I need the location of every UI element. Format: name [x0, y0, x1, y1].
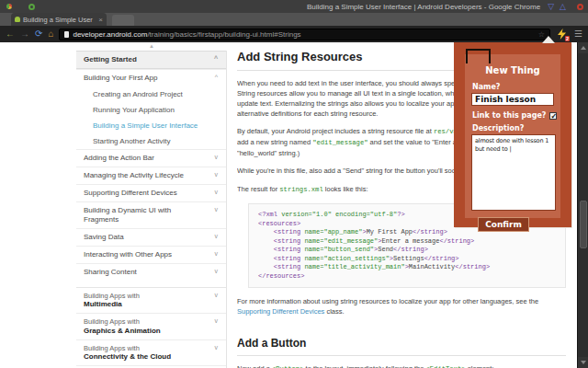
- paragraph: For more information about using string …: [237, 296, 566, 316]
- close-button[interactable]: [577, 4, 583, 10]
- inline-code: "edit_message": [312, 139, 368, 146]
- extension-button[interactable]: 2: [556, 28, 569, 40]
- code-line: <string name="edit_message">Enter a mess…: [258, 237, 556, 247]
- chevron-up-icon: ^: [214, 55, 218, 63]
- sidebar-item[interactable]: Sharing Contentv: [76, 263, 226, 281]
- popup-panel: New Thing Name? Link to this page? ✓ Des…: [465, 54, 560, 218]
- sidebar-item[interactable]: Starting Another Activity: [76, 133, 226, 149]
- text: By default, your Android project include…: [237, 127, 434, 135]
- chevron-down-icon: v: [215, 189, 219, 197]
- window-title: Building a Simple User Interface | Andro…: [35, 3, 548, 11]
- sidebar-scroll-up-icon[interactable]: ▲: [76, 43, 227, 49]
- sidebar-item-prefix: Building Apps with: [84, 292, 187, 300]
- sidebar-item[interactable]: Interacting with Other Appsv: [76, 246, 226, 263]
- tab-building-a-simple-user[interactable]: Building a Simple User ×: [11, 13, 107, 26]
- sidebar-item-label: Supporting Different Devices: [84, 189, 177, 197]
- sidebar-item-label: Starting Another Activity: [93, 137, 171, 145]
- section-heading: Add a Button: [237, 324, 566, 356]
- page-icon: [64, 31, 69, 38]
- text: The result for: [237, 185, 279, 193]
- text: to the layout, immediately following the: [303, 364, 425, 368]
- sidebar-item-label: Saving Data: [84, 233, 124, 241]
- code-line: <string name="title_activity_main">MainA…: [258, 263, 556, 272]
- sidebar-item-prefix: Building Apps with: [84, 317, 187, 326]
- sidebar-item[interactable]: Building Apps withConnectivity & the Clo…: [76, 339, 226, 365]
- sidebar-item-prefix: Building Apps with: [84, 344, 187, 352]
- text: class.: [324, 307, 344, 316]
- sidebar-item-label: Multimedia: [84, 300, 122, 308]
- text: Now add a: [237, 364, 272, 368]
- chevron-down-icon: v: [215, 171, 219, 179]
- sidebar-item[interactable]: Supporting Different Devicesv: [76, 184, 226, 201]
- chevron-down-icon: v: [215, 250, 219, 259]
- extension-badge: 2: [565, 36, 570, 41]
- menu-icon[interactable]: ☰: [574, 26, 582, 42]
- chrome-logo-icon: [6, 4, 12, 9]
- forward-button[interactable]: →: [20, 26, 29, 42]
- window-titlebar: Building a Simple User Interface | Andro…: [0, 0, 588, 13]
- sidebar-item-label: Sharing Content: [84, 268, 137, 276]
- sidebar-item-label: Building a Simple User Interface: [93, 121, 198, 130]
- paragraph: Now add a <Button> to the layout, immedi…: [237, 363, 566, 368]
- sidebar-item[interactable]: Building a Dynamic UI with Fragmentsv: [76, 201, 226, 228]
- name-input[interactable]: [471, 93, 554, 106]
- new-tab-button[interactable]: [112, 15, 134, 26]
- inline-code: strings.xml: [279, 186, 322, 193]
- reload-button[interactable]: ⟳: [35, 26, 42, 42]
- chevron-down-icon: v: [215, 268, 219, 276]
- link-checkbox[interactable]: ✓: [549, 112, 557, 120]
- chevron-down-icon: v: [215, 233, 219, 241]
- sidebar-item-label: Getting Started: [84, 55, 137, 63]
- android-favicon-icon: [15, 17, 20, 22]
- sidebar-nav: Getting Started^Building Your First App^…: [76, 51, 227, 368]
- sidebar-item-label: Running Your Application: [93, 106, 175, 114]
- sidebar-item[interactable]: Building a Simple User Interface: [76, 118, 226, 133]
- maximize-button[interactable]: △: [560, 0, 566, 13]
- home-button[interactable]: ⌂: [48, 26, 53, 42]
- scrollbar-thumb[interactable]: [580, 201, 587, 248]
- browser-toolbar: ← → ⟳ ⌂ developer.android.com/training/b…: [0, 26, 588, 42]
- sidebar-item[interactable]: Managing the Activity Lifecyclev: [76, 167, 226, 184]
- sidebar-item-label: Graphics & Animation: [84, 327, 161, 335]
- address-bar[interactable]: developer.android.com/training/basics/fi…: [59, 29, 550, 40]
- sidebar-item[interactable]: Building Apps withMultimediav: [76, 287, 226, 313]
- clipped-box-outline: [466, 49, 491, 63]
- popup-title: New Thing: [465, 65, 560, 75]
- description-textarea[interactable]: almost done with lesson 1 but need to: [471, 134, 556, 211]
- extension-popup: New Thing Name? Link to this page? ✓ Des…: [454, 42, 571, 227]
- name-label: Name?: [472, 83, 560, 91]
- code-line: <string name="action_settings">Settings<…: [258, 255, 556, 264]
- scroll-down-button[interactable]: [578, 357, 588, 368]
- back-button[interactable]: ←: [6, 26, 15, 42]
- chevron-down-icon: v: [215, 154, 219, 162]
- chevron-down-icon: v: [215, 292, 219, 300]
- sidebar-item[interactable]: Building Apps withGraphics & Animationv: [76, 313, 226, 339]
- sidebar-item[interactable]: Creating an Android Project: [76, 86, 226, 102]
- sidebar-item-label: Creating an Android Project: [93, 90, 183, 98]
- tab-strip: Building a Simple User ×: [0, 13, 588, 26]
- inline-link[interactable]: Supporting Different Devices: [237, 307, 324, 316]
- sidebar-item[interactable]: Building Your First App^: [76, 69, 226, 86]
- chevron-down-icon: v: [215, 344, 219, 352]
- confirm-button[interactable]: Confirm: [478, 217, 529, 232]
- sidebar-item-label: Interacting with Other Apps: [84, 250, 172, 259]
- sidebar-item-label: Building Your First App: [84, 74, 158, 82]
- tab-close-icon[interactable]: ×: [98, 16, 103, 24]
- tab-title: Building a Simple User: [23, 16, 96, 24]
- minimize-button[interactable]: ▽: [548, 0, 554, 13]
- sidebar-item[interactable]: Running Your Application: [76, 102, 226, 118]
- popup-anchor-arrow: [542, 36, 555, 43]
- vertical-scrollbar[interactable]: [577, 42, 588, 368]
- text: element:: [466, 364, 494, 368]
- description-label: Description?: [472, 124, 560, 132]
- sidebar-item[interactable]: Getting Started^: [76, 51, 226, 69]
- chevron-up-icon: ^: [215, 74, 218, 82]
- text: For more information about using string …: [237, 297, 538, 305]
- sidebar-item[interactable]: Saving Datav: [76, 228, 226, 246]
- sidebar-item[interactable]: Adding the Action Barv: [76, 149, 226, 167]
- code-line: <string name="button_send">Send</string>: [258, 246, 556, 255]
- sidebar-item-label: Managing the Activity Lifecycle: [84, 171, 184, 179]
- scroll-up-button[interactable]: [578, 42, 588, 53]
- status-ring-icon: [28, 4, 35, 10]
- chevron-down-icon: v: [215, 206, 219, 214]
